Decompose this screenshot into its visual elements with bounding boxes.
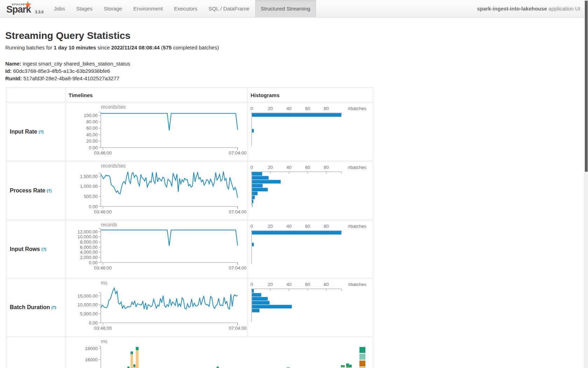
- batch-duration-histogram-chart: 020406080#batches: [247, 278, 373, 337]
- svg-text:10,000.00: 10,000.00: [77, 302, 98, 307]
- navbar: APACHE Spark ★ 3.3.0 Jobs Stages Storage…: [0, 0, 588, 18]
- tab-environment[interactable]: Environment: [128, 0, 168, 17]
- query-meta: Name: ingest smart_city shared_bikes_sta…: [5, 60, 130, 82]
- table-header-row: Timelines Histograms: [6, 88, 373, 102]
- input-rate-histogram-cell: 020406080#batches: [247, 102, 373, 161]
- svg-text:0: 0: [250, 282, 253, 287]
- running-batches-line: Running batches for 1 day 10 minutes sin…: [5, 45, 219, 50]
- svg-text:ms: ms: [101, 280, 107, 286]
- svg-text:5,000.00: 5,000.00: [80, 311, 98, 316]
- completed-batches-count: 575: [163, 45, 172, 50]
- svg-text:records: records: [101, 222, 117, 227]
- svg-text:80.00: 80.00: [86, 119, 98, 124]
- input-rate-label: Input Rate: [10, 129, 37, 135]
- query-name-row: Name: ingest smart_city shared_bikes_sta…: [5, 60, 130, 67]
- batch-duration-histogram-cell: 020406080#batches: [247, 278, 373, 336]
- id-label: Id:: [5, 68, 12, 74]
- tab-sql-dataframe[interactable]: SQL / DataFrame: [203, 0, 255, 17]
- input-rows-help-icon[interactable]: (?): [41, 247, 46, 251]
- tab-storage[interactable]: Storage: [98, 0, 128, 17]
- svg-text:80: 80: [324, 165, 329, 170]
- process-rate-histogram-chart: 020406080#batches: [247, 161, 373, 220]
- svg-text:100.00: 100.00: [84, 113, 98, 118]
- svg-text:records/sec: records/sec: [101, 104, 126, 110]
- svg-text:0.00: 0.00: [89, 260, 98, 265]
- svg-text:80: 80: [324, 106, 329, 111]
- operation-duration-chart: ms180001600014000: [65, 337, 373, 368]
- svg-text:60: 60: [305, 165, 310, 170]
- svg-text:20: 20: [268, 224, 273, 229]
- operation-duration-cell: ms180001600014000: [65, 337, 373, 368]
- query-runid-row: RunId: 517afd3f-28e2-4ba8-9fe4-4102527a3…: [5, 75, 130, 82]
- process-rate-help-icon[interactable]: (?): [47, 189, 51, 193]
- runid-label: RunId:: [5, 75, 22, 81]
- row-label-process-rate: Process Rate (?): [6, 161, 65, 220]
- input-rate-timeline-chart: records/sec100.0080.0060.0040.0020.000.0…: [65, 102, 247, 161]
- input-rate-help-icon[interactable]: (?): [38, 130, 43, 134]
- svg-text:40: 40: [286, 106, 291, 111]
- running-prefix: Running batches for: [5, 45, 54, 50]
- svg-text:40: 40: [286, 165, 291, 170]
- application-name: spark-ingest-into-lakehouse: [477, 6, 547, 12]
- runid-value: 517afd3f-28e2-4ba8-9fe4-4102527a3277: [22, 75, 119, 81]
- process-rate-label: Process Rate: [10, 188, 45, 194]
- statistics-table: Timelines Histograms Input Rate (?) reco…: [6, 87, 373, 368]
- svg-text:0.00: 0.00: [89, 204, 98, 209]
- svg-text:#batches: #batches: [348, 106, 366, 111]
- running-mid: since: [96, 45, 111, 50]
- scrollbar-thumb[interactable]: [585, 1, 588, 172]
- batch-duration-timeline-chart: ms15,000.0010,000.005,000.000.0003:46:00…: [65, 278, 247, 337]
- svg-text:20: 20: [268, 165, 273, 170]
- process-rate-histogram-cell: 020406080#batches: [247, 161, 373, 220]
- tab-executors[interactable]: Executors: [168, 0, 203, 17]
- svg-text:03:46:00: 03:46:00: [94, 326, 112, 331]
- svg-text:500.00: 500.00: [84, 194, 98, 199]
- svg-text:2,000.00: 2,000.00: [80, 255, 98, 260]
- input-rows-timeline-cell: records12,000.0010,000.008,000.006,000.0…: [65, 220, 247, 278]
- name-label: Name:: [5, 61, 21, 67]
- tab-stages[interactable]: Stages: [71, 0, 98, 17]
- batch-duration-help-icon[interactable]: (?): [51, 305, 56, 309]
- input-rows-label: Input Rows: [10, 246, 40, 252]
- svg-text:#batches: #batches: [348, 282, 366, 287]
- svg-text:1,500.00: 1,500.00: [80, 174, 98, 179]
- svg-text:0.00: 0.00: [89, 320, 98, 326]
- tab-structured-streaming[interactable]: Structured Streaming: [255, 0, 316, 17]
- row-label-batch-duration: Batch Duration (?): [6, 278, 65, 336]
- spark-logo[interactable]: APACHE Spark ★ 3.3.0: [4, 1, 46, 17]
- name-value: ingest smart_city shared_bikes_station_s…: [21, 61, 130, 67]
- svg-text:15,000.00: 15,000.00: [77, 293, 98, 299]
- tab-jobs[interactable]: Jobs: [48, 0, 71, 17]
- spark-star-icon: ★: [24, 0, 32, 10]
- svg-text:03:46:00: 03:46:00: [94, 150, 112, 156]
- svg-text:03:46:00: 03:46:00: [94, 209, 112, 214]
- svg-text:0: 0: [250, 106, 253, 111]
- batch-duration-label: Batch Duration: [10, 304, 50, 311]
- svg-text:60: 60: [305, 282, 310, 287]
- nav-tabs: Jobs Stages Storage Environment Executor…: [48, 0, 316, 17]
- scrollbar-track[interactable]: [584, 0, 588, 368]
- svg-text:records/sec: records/sec: [101, 163, 126, 169]
- svg-text:03:46:00: 03:46:00: [94, 265, 112, 271]
- row-label-input-rows: Input Rows (?): [6, 220, 65, 278]
- input-rate-histogram-chart: 020406080#batches: [247, 102, 373, 161]
- input-rows-histogram-cell: 020406080#batches: [247, 220, 373, 278]
- table-row: ms180001600014000: [6, 337, 373, 368]
- page-title: Streaming Query Statistics: [5, 30, 131, 41]
- application-title: spark-ingest-into-lakehouse application …: [477, 0, 580, 17]
- header-empty-cell: [6, 88, 65, 102]
- input-rows-histogram-chart: 020406080#batches: [247, 220, 373, 278]
- svg-text:1,000.00: 1,000.00: [80, 184, 98, 189]
- table-row: Input Rows (?) records12,000.0010,000.00…: [6, 220, 373, 278]
- svg-text:10,000.00: 10,000.00: [77, 234, 98, 239]
- svg-text:0: 0: [250, 165, 253, 170]
- spark-version: 3.3.0: [35, 10, 43, 14]
- svg-text:60.00: 60.00: [86, 125, 98, 131]
- svg-text:07:04:00: 07:04:00: [229, 326, 247, 331]
- svg-text:8,000.00: 8,000.00: [80, 239, 98, 245]
- table-row: Process Rate (?) records/sec1,500.001,00…: [6, 161, 373, 220]
- svg-text:20: 20: [268, 106, 273, 111]
- batch-duration-timeline-cell: ms15,000.0010,000.005,000.000.0003:46:00…: [65, 278, 247, 336]
- svg-text:60: 60: [305, 106, 310, 111]
- input-rows-timeline-chart: records12,000.0010,000.008,000.006,000.0…: [65, 220, 247, 278]
